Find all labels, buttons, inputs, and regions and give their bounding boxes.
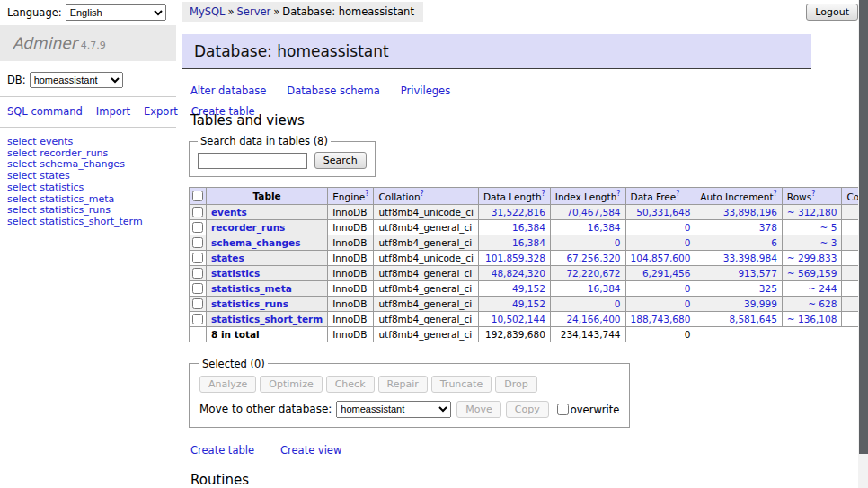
db-label: DB: bbox=[7, 74, 26, 86]
data-length-link[interactable]: 101,859,328 bbox=[485, 253, 545, 263]
column-help-link[interactable]: ? bbox=[616, 190, 620, 198]
index-length-link[interactable]: 72,220,672 bbox=[566, 268, 620, 279]
index-length-link[interactable]: 24,166,400 bbox=[566, 314, 620, 324]
auto-increment-link[interactable]: 378 bbox=[759, 222, 777, 233]
data-free-link[interactable]: 0 bbox=[685, 237, 691, 248]
column-header: Table bbox=[207, 188, 328, 205]
selected-action-button[interactable]: Repair bbox=[378, 376, 428, 393]
database-action-link[interactable]: Database schema bbox=[287, 84, 379, 97]
vertical-scrollbar[interactable] bbox=[858, 0, 868, 488]
row-select-checkbox[interactable] bbox=[192, 207, 203, 217]
create-link[interactable]: Create table bbox=[190, 444, 254, 457]
rows-count-link[interactable]: ~ 244 bbox=[808, 283, 837, 294]
language-select[interactable]: English bbox=[66, 4, 166, 21]
data-length-link[interactable]: 48,824,320 bbox=[492, 268, 545, 279]
table-name-link[interactable]: statistics_short_term bbox=[211, 314, 323, 324]
data-length-link[interactable]: 49,152 bbox=[512, 298, 545, 309]
sidebar-action-link[interactable]: Import bbox=[96, 105, 130, 118]
data-free-link[interactable]: 188,743,680 bbox=[631, 314, 691, 324]
sidebar-action-link[interactable]: Export bbox=[144, 105, 178, 118]
data-free-link[interactable]: 50,331,648 bbox=[636, 207, 690, 217]
rows-count-link[interactable]: ~ 312,180 bbox=[787, 207, 837, 217]
data-free-link[interactable]: 6,291,456 bbox=[642, 268, 690, 279]
table-name-link[interactable]: statistics_runs bbox=[211, 298, 288, 309]
index-length-link[interactable]: 0 bbox=[615, 237, 621, 248]
search-input[interactable] bbox=[198, 153, 307, 169]
column-help-link[interactable]: ? bbox=[811, 190, 815, 198]
row-select-checkbox[interactable] bbox=[192, 253, 203, 263]
table-name-link[interactable]: statistics bbox=[211, 268, 260, 279]
table-row: events InnoDB utf8mb4_unicode_ci 31,522,… bbox=[190, 204, 868, 219]
row-select-checkbox[interactable] bbox=[192, 298, 203, 309]
index-length-link[interactable]: 16,384 bbox=[588, 283, 621, 294]
select-all-checkbox[interactable] bbox=[192, 191, 203, 201]
index-length-link[interactable]: 16,384 bbox=[588, 222, 621, 233]
sidebar-action-link[interactable]: SQL command bbox=[7, 105, 83, 118]
data-free-link[interactable]: 104,857,600 bbox=[631, 253, 691, 263]
selected-action-button[interactable]: Analyze bbox=[199, 376, 256, 393]
logout-button[interactable]: Logout bbox=[806, 4, 858, 21]
rows-count-link[interactable]: ~ 299,833 bbox=[787, 253, 837, 263]
auto-increment-link[interactable]: 33,898,196 bbox=[723, 207, 777, 217]
select-all-cell[interactable] bbox=[190, 188, 207, 205]
selected-action-button[interactable]: Optimize bbox=[260, 376, 322, 393]
selected-action-button[interactable]: Drop bbox=[495, 376, 536, 393]
auto-increment-link[interactable]: 39,999 bbox=[744, 298, 777, 309]
table-name-link[interactable]: states bbox=[211, 253, 244, 263]
data-length-link[interactable]: 16,384 bbox=[512, 222, 545, 233]
index-length-link[interactable]: 70,467,584 bbox=[566, 207, 620, 217]
column-help-link[interactable]: ? bbox=[421, 190, 424, 198]
row-select-checkbox[interactable] bbox=[192, 222, 203, 233]
move-db-select[interactable]: homeassistant bbox=[336, 401, 451, 418]
move-button[interactable]: Move bbox=[456, 401, 501, 418]
rows-count-link[interactable]: ~ 5 bbox=[820, 222, 837, 233]
auto-increment-link[interactable]: 33,398,984 bbox=[723, 253, 777, 263]
copy-button[interactable]: Copy bbox=[506, 401, 549, 418]
auto-increment-link[interactable]: 913,577 bbox=[738, 268, 776, 279]
column-help-link[interactable]: ? bbox=[365, 190, 368, 198]
rows-count-link[interactable]: ~ 136,108 bbox=[787, 314, 837, 324]
column-help-link[interactable]: ? bbox=[774, 190, 777, 198]
search-button[interactable]: Search bbox=[314, 152, 367, 169]
auto-increment-link[interactable]: 8,581,645 bbox=[729, 314, 776, 324]
overwrite-label[interactable]: overwrite bbox=[571, 403, 620, 415]
selected-action-button[interactable]: Check bbox=[326, 376, 375, 393]
index-length-link[interactable]: 67,256,320 bbox=[566, 253, 620, 263]
data-free-link[interactable]: 0 bbox=[685, 222, 691, 233]
table-row: statistics_runs InnoDB utf8mb4_general_c… bbox=[190, 296, 868, 311]
database-action-link[interactable]: Privileges bbox=[401, 84, 450, 97]
column-help-link[interactable]: ? bbox=[542, 190, 545, 198]
data-length-link[interactable]: 16,384 bbox=[512, 237, 545, 248]
rows-count-link[interactable]: ~ 3 bbox=[820, 237, 837, 248]
overwrite-checkbox[interactable] bbox=[557, 404, 569, 415]
auto-increment-link[interactable]: 6 bbox=[771, 237, 777, 248]
row-select-checkbox[interactable] bbox=[192, 268, 203, 279]
db-select[interactable]: homeassistant bbox=[30, 72, 123, 88]
row-select-checkbox[interactable] bbox=[192, 283, 203, 294]
selected-action-button[interactable]: Truncate bbox=[431, 376, 492, 393]
data-length-link[interactable]: 31,522,816 bbox=[492, 207, 545, 217]
create-link[interactable]: Create view bbox=[280, 444, 341, 457]
rows-count-link[interactable]: ~ 628 bbox=[808, 298, 837, 309]
scrollbar-thumb[interactable] bbox=[859, 0, 868, 454]
rows-count-link[interactable]: ~ 569,159 bbox=[787, 268, 837, 279]
row-select-checkbox[interactable] bbox=[192, 314, 203, 324]
auto-increment-link[interactable]: 325 bbox=[759, 283, 777, 294]
breadcrumb-link-server[interactable]: Server bbox=[237, 5, 271, 18]
breadcrumb-link-mysql[interactable]: MySQL bbox=[190, 5, 226, 18]
data-length-link[interactable]: 49,152 bbox=[512, 283, 545, 294]
data-free-link[interactable]: 0 bbox=[685, 283, 691, 294]
sidebar-item-select-table[interactable]: select statistics_short_term bbox=[7, 217, 169, 228]
database-action-link[interactable]: Alter database bbox=[190, 84, 266, 97]
row-select-checkbox[interactable] bbox=[192, 237, 203, 248]
index-length-link[interactable]: 0 bbox=[615, 298, 621, 309]
column-help-link[interactable]: ? bbox=[676, 190, 679, 198]
data-length-link[interactable]: 10,502,144 bbox=[492, 314, 545, 324]
table-name-link[interactable]: recorder_runs bbox=[211, 222, 285, 233]
sidebar-item-select-table[interactable]: select statistics bbox=[7, 182, 169, 194]
table-name-link[interactable]: events bbox=[211, 207, 247, 217]
sidebar-item-select-table[interactable]: select events bbox=[7, 137, 169, 148]
data-free-link[interactable]: 0 bbox=[685, 298, 691, 309]
table-name-link[interactable]: schema_changes bbox=[211, 237, 301, 248]
table-name-link[interactable]: statistics_meta bbox=[211, 283, 292, 294]
